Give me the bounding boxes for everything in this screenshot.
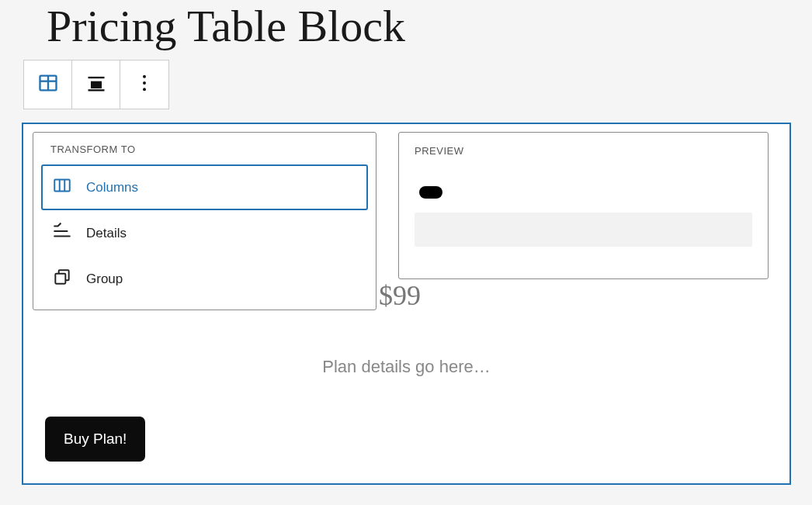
align-button[interactable] (72, 61, 120, 109)
svg-point-7 (143, 81, 146, 85)
page-title: Pricing Table Block (0, 0, 812, 49)
svg-rect-4 (91, 81, 102, 88)
preview-mini-bar (415, 213, 752, 247)
more-vertical-icon (134, 72, 155, 97)
preview-content (415, 186, 752, 272)
preview-header: PREVIEW (415, 145, 752, 174)
price-text[interactable]: $99 (379, 279, 421, 312)
svg-rect-9 (54, 179, 70, 191)
transform-option-group[interactable]: Group (41, 256, 368, 302)
transform-option-label: Columns (86, 180, 138, 195)
selected-block[interactable]: TRANSFORM TO Columns Details (22, 123, 791, 485)
transform-to-panel: TRANSFORM TO Columns Details (33, 132, 377, 310)
columns-icon (52, 175, 72, 199)
svg-point-6 (143, 75, 146, 78)
block-toolbar (23, 60, 169, 109)
buy-plan-button[interactable]: Buy Plan! (45, 417, 145, 462)
transform-option-label: Details (86, 226, 127, 241)
group-icon (52, 267, 72, 291)
block-type-button[interactable] (24, 61, 72, 109)
transform-header: TRANSFORM TO (41, 144, 368, 164)
transform-option-label: Group (86, 272, 123, 287)
preview-panel: PREVIEW (398, 132, 769, 279)
align-icon (85, 72, 107, 97)
more-options-button[interactable] (120, 61, 168, 109)
svg-point-8 (143, 88, 146, 91)
plan-details-placeholder[interactable]: Plan details go here… (23, 357, 789, 377)
preview-mini-button (419, 186, 442, 199)
pricing-table-icon (37, 72, 59, 97)
svg-rect-15 (55, 274, 65, 284)
details-icon (52, 221, 72, 245)
transform-option-columns[interactable]: Columns (41, 164, 368, 210)
transform-option-details[interactable]: Details (41, 210, 368, 256)
